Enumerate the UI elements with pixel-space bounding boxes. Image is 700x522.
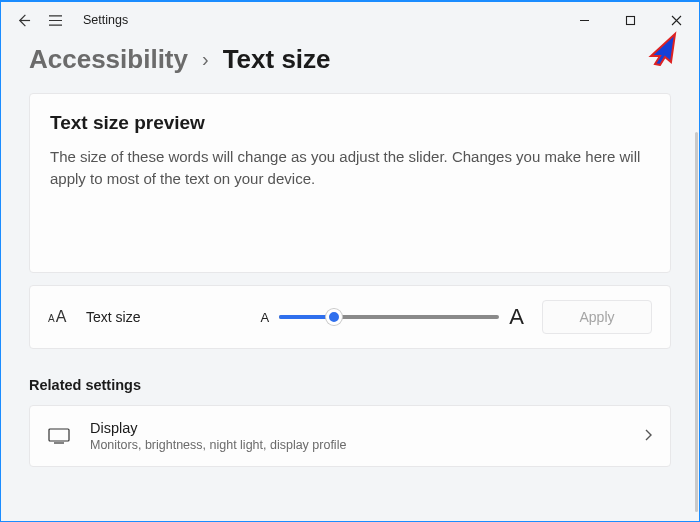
breadcrumb: Accessibility › Text size xyxy=(29,44,671,75)
preview-title: Text size preview xyxy=(50,112,650,134)
text-size-icon: AA xyxy=(48,308,74,326)
window-controls xyxy=(561,4,699,36)
slider-control: A A xyxy=(260,304,524,330)
display-link-title: Display xyxy=(90,420,644,436)
preview-body: The size of these words will change as y… xyxy=(50,146,650,190)
text-size-slider-card: AA Text size A A Apply xyxy=(29,285,671,349)
menu-icon[interactable] xyxy=(47,12,63,28)
slider-min-icon: A xyxy=(260,310,269,325)
breadcrumb-current: Text size xyxy=(223,44,331,75)
slider-thumb[interactable] xyxy=(326,309,342,325)
close-button[interactable] xyxy=(653,4,699,36)
breadcrumb-parent[interactable]: Accessibility xyxy=(29,44,188,75)
titlebar: Settings xyxy=(1,2,699,38)
svg-rect-1 xyxy=(49,429,69,441)
slider-max-icon: A xyxy=(509,304,524,330)
text-size-preview-card: Text size preview The size of these word… xyxy=(29,93,671,273)
maximize-button[interactable] xyxy=(607,4,653,36)
app-title: Settings xyxy=(83,13,128,27)
apply-button[interactable]: Apply xyxy=(542,300,652,334)
titlebar-left: Settings xyxy=(15,12,128,28)
slider-label: Text size xyxy=(86,309,140,325)
related-settings-heading: Related settings xyxy=(29,377,671,393)
chevron-right-icon xyxy=(644,427,652,445)
display-link-subtitle: Monitors, brightness, night light, displ… xyxy=(90,438,644,452)
scrollbar[interactable] xyxy=(695,132,698,512)
display-icon xyxy=(48,428,76,444)
content-area: Accessibility › Text size Text size prev… xyxy=(1,38,699,521)
display-link-text: Display Monitors, brightness, night ligh… xyxy=(90,420,644,452)
minimize-button[interactable] xyxy=(561,4,607,36)
breadcrumb-separator-icon: › xyxy=(202,48,209,71)
text-size-slider[interactable] xyxy=(279,315,499,319)
svg-rect-0 xyxy=(626,16,634,24)
back-icon[interactable] xyxy=(15,12,31,28)
display-settings-link[interactable]: Display Monitors, brightness, night ligh… xyxy=(29,405,671,467)
